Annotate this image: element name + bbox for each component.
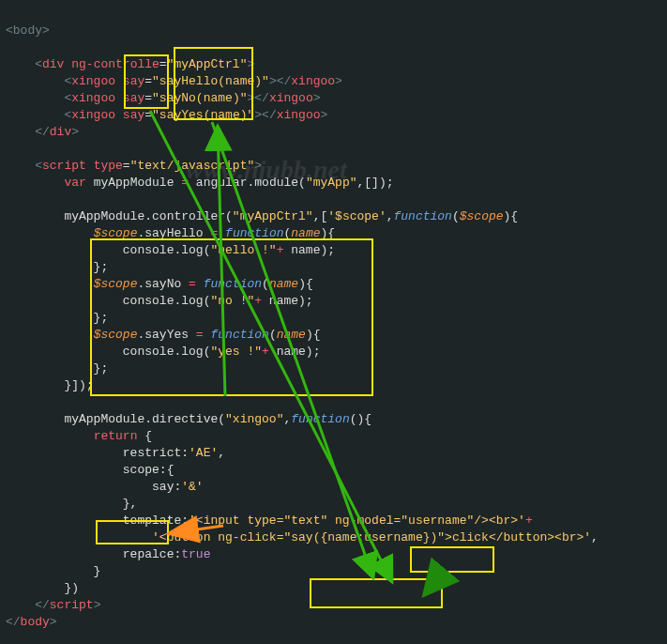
t: }]); bbox=[6, 378, 94, 392]
t: var bbox=[64, 176, 85, 190]
t bbox=[6, 429, 94, 443]
t: = bbox=[189, 277, 196, 291]
t: "sayNo(name)" bbox=[152, 91, 247, 105]
t: = bbox=[144, 108, 152, 122]
t: xingoo bbox=[269, 91, 313, 105]
t bbox=[6, 277, 94, 291]
t: return bbox=[94, 429, 138, 443]
t: type bbox=[86, 159, 123, 173]
t: }; bbox=[6, 260, 108, 274]
t: xingoo bbox=[71, 74, 115, 88]
t: ( bbox=[452, 209, 460, 223]
t: > bbox=[50, 615, 57, 629]
t: ){ bbox=[504, 209, 519, 223]
t: ){ bbox=[298, 277, 313, 291]
t: xingoo bbox=[71, 108, 115, 122]
t: xingoo bbox=[291, 74, 335, 88]
t: xingoo bbox=[277, 108, 321, 122]
t: = bbox=[144, 74, 152, 88]
t: div bbox=[42, 57, 64, 71]
t: name bbox=[291, 226, 320, 240]
t: myAppModule.directive( bbox=[6, 412, 225, 426]
t: $scope bbox=[94, 226, 138, 240]
t: function bbox=[210, 328, 268, 342]
t: }; bbox=[6, 311, 108, 325]
tag-open-body: <body> bbox=[6, 23, 50, 38]
t: , bbox=[591, 530, 599, 544]
t bbox=[6, 226, 94, 240]
t: name); bbox=[283, 243, 335, 257]
t: name bbox=[277, 328, 306, 342]
t: ,[]); bbox=[357, 176, 394, 190]
t: "xingoo" bbox=[225, 412, 283, 426]
t: "sayHello(name)" bbox=[152, 74, 269, 88]
t: "no !" bbox=[210, 294, 254, 308]
t: > bbox=[313, 91, 321, 105]
t: ng-controlle bbox=[64, 57, 159, 71]
t: + bbox=[525, 514, 533, 528]
t: "myApp" bbox=[306, 176, 357, 190]
t: function bbox=[204, 277, 262, 291]
t: scope:{ bbox=[6, 463, 174, 477]
t: script bbox=[50, 598, 94, 612]
t: "myAppCtrl" bbox=[167, 57, 248, 71]
t: '<button ng-click="say({name:username})"… bbox=[152, 530, 591, 544]
t: < bbox=[6, 159, 42, 173]
t: say bbox=[115, 74, 144, 88]
t: "sayYes(name)" bbox=[152, 108, 254, 122]
t: name bbox=[269, 277, 298, 291]
t: = bbox=[196, 328, 204, 342]
t: ){ bbox=[321, 226, 336, 240]
t: , bbox=[218, 446, 225, 460]
t: name); bbox=[262, 294, 313, 308]
t: < bbox=[6, 91, 71, 105]
t bbox=[6, 176, 64, 190]
t: $scope bbox=[460, 209, 504, 223]
t: , bbox=[387, 209, 394, 223]
t: + bbox=[254, 294, 262, 308]
t: = bbox=[144, 91, 152, 105]
t: = bbox=[159, 57, 167, 71]
t: > bbox=[71, 125, 79, 139]
t: "myAppCtrl" bbox=[233, 209, 313, 223]
t: '$scope' bbox=[327, 209, 386, 223]
t: template: bbox=[6, 514, 189, 528]
t: </ bbox=[6, 598, 50, 612]
t: ,[ bbox=[313, 209, 328, 223]
t: say bbox=[115, 91, 144, 105]
t: ( bbox=[269, 328, 277, 342]
t: </ bbox=[6, 125, 50, 139]
t: console.log( bbox=[6, 345, 210, 359]
t bbox=[6, 328, 94, 342]
t: }, bbox=[6, 497, 137, 511]
t: xingoo bbox=[71, 91, 115, 105]
t: + bbox=[262, 345, 269, 359]
t: }; bbox=[6, 361, 108, 376]
t: say bbox=[115, 108, 144, 122]
t: = bbox=[123, 159, 130, 173]
t: > bbox=[335, 74, 342, 88]
t: '&' bbox=[181, 480, 203, 494]
t: < bbox=[6, 108, 71, 122]
t: .sayYes bbox=[137, 328, 195, 342]
t: body bbox=[21, 615, 50, 629]
t: say: bbox=[6, 480, 181, 494]
t: function bbox=[291, 412, 349, 426]
t: > bbox=[254, 159, 262, 173]
t: ></ bbox=[254, 108, 276, 122]
t: { bbox=[137, 429, 152, 443]
t: console.log( bbox=[6, 243, 210, 257]
t: angular.module( bbox=[189, 176, 306, 190]
t: > bbox=[247, 57, 254, 71]
t: </ bbox=[6, 615, 21, 629]
t: div bbox=[50, 125, 71, 139]
t: ( bbox=[262, 277, 269, 291]
t: function bbox=[394, 209, 452, 223]
t: "text/javascript" bbox=[130, 159, 255, 173]
t: myAppModule bbox=[86, 176, 181, 190]
code-block: <body> <div ng-controlle="myAppCtrl"> <x… bbox=[0, 0, 667, 631]
t: > bbox=[321, 108, 328, 122]
t: script bbox=[42, 159, 86, 173]
t: true bbox=[181, 547, 210, 561]
t: repalce: bbox=[6, 547, 181, 561]
